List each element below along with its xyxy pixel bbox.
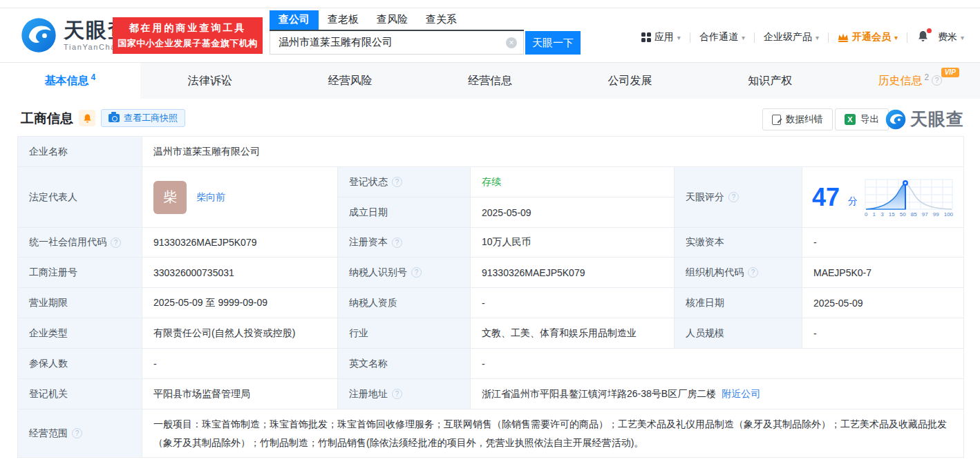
help-icon[interactable]: ? <box>72 428 82 438</box>
tab-history-info[interactable]: VIP 历史信息 2 ? <box>840 63 980 99</box>
company-tab-bar: 基本信息 4 法律诉讼 经营风险 经营信息 公司发展 知识产权 VIP 历史信息… <box>0 62 980 99</box>
tab-history-count: 2 <box>924 72 929 82</box>
search-button[interactable]: 天眼一下 <box>525 31 581 55</box>
tab-history-label: 历史信息 <box>878 74 922 88</box>
banner-line2: 国家中小企业发展子基金旗下机构 <box>117 37 258 50</box>
org-code-label-text: 组织机构代码 <box>686 267 744 279</box>
score-label-text: 天眼评分 <box>686 191 724 204</box>
nav-enterprise[interactable]: 企业级产品 ▾ <box>764 31 819 44</box>
tianyancha-watermark: 天眼查 <box>885 108 964 130</box>
help-icon[interactable]: ? <box>392 389 402 399</box>
data-correction-button[interactable]: 数据纠错 <box>762 108 833 130</box>
site-header: 天眼查 TianYanCha.com 都在用的商业查询工具 国家中小企业发展子基… <box>0 8 980 62</box>
nav-user-menu[interactable]: 费米 ▾ <box>938 31 964 44</box>
approval-date-label: 核准日期 <box>675 288 802 318</box>
legal-rep-name-link[interactable]: 柴向前 <box>196 191 225 204</box>
export-button[interactable]: X 导出 <box>835 108 889 130</box>
search-input[interactable] <box>270 31 524 55</box>
search-tab-risk[interactable]: 查风险 <box>368 10 417 30</box>
nearby-companies-link[interactable]: 附近公司 <box>722 388 760 400</box>
help-icon[interactable]: ? <box>411 267 422 278</box>
help-icon[interactable]: ? <box>748 267 758 278</box>
snapshot-button-label: 查看工商快照 <box>124 112 178 124</box>
tab-risk-label: 经营风险 <box>328 74 372 88</box>
monitor-bell-button[interactable] <box>79 110 95 126</box>
reg-address-cell: 浙江省温州市平阳县鳌江镇河垟路26-38号B区厂房二楼 附近公司 <box>471 379 963 409</box>
tianyancha-logo-icon <box>21 17 57 53</box>
tab-legal-proceedings[interactable]: 法律诉讼 <box>140 63 281 99</box>
help-icon[interactable]: ? <box>392 238 402 248</box>
legal-rep-label: 法定代表人 <box>18 167 142 228</box>
score-distribution-chart: 0 1 3 15 50 85 97 99 100 <box>865 179 953 218</box>
nav-divider <box>754 32 755 43</box>
crown-icon <box>838 33 849 42</box>
reg-capital-label: 注册资本 ? <box>338 228 471 258</box>
reg-capital-label-text: 注册资本 <box>349 236 388 249</box>
section-title: 工商信息 <box>21 110 73 128</box>
tab-basic-info-count: 4 <box>91 72 95 82</box>
help-icon[interactable]: ? <box>728 192 739 202</box>
paid-capital-label: 实缴资本 <box>675 228 802 258</box>
search-tab-company[interactable]: 查公司 <box>270 10 319 30</box>
vip-badge: VIP <box>941 68 959 77</box>
score-value: 47 <box>812 185 840 210</box>
nav-vip-label: 开通会员 <box>852 31 891 44</box>
score-cell[interactable]: 47 分 <box>802 167 963 228</box>
nav-divider <box>907 32 907 43</box>
tab-basic-info-label: 基本信息 <box>44 74 88 88</box>
score-axis: 0 1 3 15 50 85 97 99 100 <box>865 211 953 218</box>
tab-operating-risk[interactable]: 经营风险 <box>280 63 420 99</box>
tab-legal-label: 法律诉讼 <box>188 74 232 88</box>
search-row: × 天眼一下 <box>270 31 581 55</box>
credit-code-value: 91330326MAEJP5K079 <box>142 228 338 258</box>
business-scope-label: 经营范围 ? <box>18 409 142 457</box>
business-term-label: 营业期限 <box>18 288 142 318</box>
help-icon[interactable]: ? <box>932 75 942 86</box>
axis-tick: 15 <box>889 211 895 218</box>
axis-tick: 3 <box>880 211 883 218</box>
legal-rep-cell: 柴 柴向前 <box>142 167 338 228</box>
export-button-label: 导出 <box>860 113 879 126</box>
tab-intellectual-property[interactable]: 知识产权 <box>700 63 840 99</box>
search-tab-relation[interactable]: 查关系 <box>417 10 466 30</box>
nav-apps[interactable]: 应用 ▾ <box>641 31 681 44</box>
legal-rep-avatar[interactable]: 柴 <box>153 181 187 214</box>
score-label: 天眼评分 ? <box>675 167 802 228</box>
business-info-table: 企业名称 温州市道莱玉雕有限公司 法定代表人 柴 柴向前 登记状态 ? 存续 天… <box>17 136 964 458</box>
reg-address-value: 浙江省温州市平阳县鳌江镇河垟路26-38号B区厂房二楼 <box>482 388 716 400</box>
chevron-down-icon: ▾ <box>961 34 964 41</box>
reg-number-label: 工商注册号 <box>18 258 142 288</box>
nav-channel[interactable]: 合作通道 ▾ <box>699 31 745 44</box>
tab-business-info[interactable]: 经营信息 <box>420 63 560 99</box>
business-snapshot-button[interactable]: 查看工商快照 <box>101 109 185 127</box>
axis-tick: 97 <box>922 211 928 218</box>
tab-company-development[interactable]: 公司发展 <box>560 63 700 99</box>
excel-icon: X <box>845 114 856 125</box>
notifications-bell[interactable] <box>916 30 930 45</box>
axis-tick: 85 <box>911 211 917 218</box>
english-name-label: 英文名称 <box>338 349 471 379</box>
reg-capital-value: 10万人民币 <box>471 228 675 258</box>
tab-ip-label: 知识产权 <box>748 74 792 88</box>
company-name-value: 温州市道莱玉雕有限公司 <box>142 137 963 167</box>
nav-apps-label: 应用 <box>654 31 674 44</box>
chevron-down-icon: ▾ <box>742 34 745 41</box>
help-icon[interactable]: ? <box>392 177 402 187</box>
taxpayer-quality-value: - <box>471 288 675 318</box>
insured-count-value: - <box>142 349 338 379</box>
org-code-label: 组织机构代码 ? <box>675 258 802 288</box>
business-term-value: 2025-05-09 至 9999-09-09 <box>142 288 338 318</box>
clear-search-icon[interactable]: × <box>506 37 517 48</box>
reg-status-label: 登记状态 ? <box>338 167 471 197</box>
company-name-label: 企业名称 <box>18 137 142 167</box>
approval-date-value: 2025-05-09 <box>802 288 963 318</box>
tab-development-label: 公司发展 <box>608 74 652 88</box>
nav-user-label: 费米 <box>938 31 957 44</box>
help-icon[interactable]: ? <box>111 238 121 248</box>
nav-vip-upgrade[interactable]: 开通会员 ▾ <box>838 31 898 44</box>
tab-basic-info[interactable]: 基本信息 4 <box>0 63 140 99</box>
edit-document-icon <box>772 115 781 125</box>
business-scope-value: 一般项目：珠宝首饰制造；珠宝首饰批发；珠宝首饰回收修理服务；互联网销售（除销售需… <box>142 409 963 457</box>
industry-label: 行业 <box>338 318 471 349</box>
search-tab-boss[interactable]: 查老板 <box>319 10 368 30</box>
